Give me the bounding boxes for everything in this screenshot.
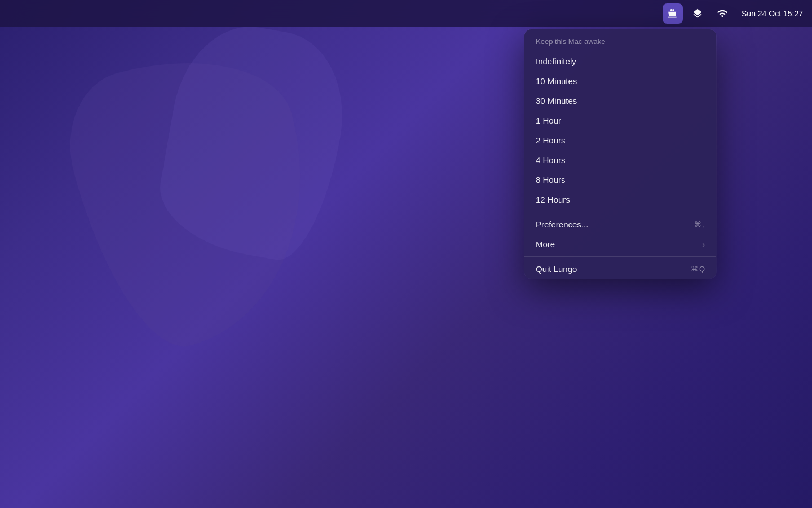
chevron-right-icon: › xyxy=(702,240,705,249)
menu-item-quit[interactable]: Quit Lungo ⌘ Q xyxy=(524,259,716,279)
separator-1 xyxy=(524,212,716,212)
menu-item-label: Indefinitely xyxy=(536,56,576,66)
layers-icon[interactable] xyxy=(687,3,708,24)
menu-item-label: 2 Hours xyxy=(536,135,566,145)
menu-item-label: 1 Hour xyxy=(536,116,561,125)
preferences-shortcut: ⌘ , xyxy=(694,220,705,229)
menu-header: Keep this Mac awake xyxy=(524,29,716,51)
menu-item-4-hours[interactable]: 4 Hours xyxy=(524,150,716,170)
menubar: Sun 24 Oct 15:27 xyxy=(0,0,812,27)
dropdown-menu: Keep this Mac awake Indefinitely 10 Minu… xyxy=(524,29,716,279)
separator-2 xyxy=(524,256,716,257)
menu-item-label: More xyxy=(536,239,555,249)
lungo-cup-icon[interactable] xyxy=(663,3,683,24)
menubar-right: Sun 24 Oct 15:27 xyxy=(663,3,803,24)
menu-item-more[interactable]: More › xyxy=(524,234,716,254)
menu-item-label: 4 Hours xyxy=(536,155,566,165)
cmd-symbol: ⌘ xyxy=(694,220,701,229)
network-icon[interactable] xyxy=(712,3,732,24)
menu-item-indefinitely[interactable]: Indefinitely xyxy=(524,51,716,71)
menu-item-8-hours[interactable]: 8 Hours xyxy=(524,170,716,190)
menu-item-label: 12 Hours xyxy=(536,195,570,204)
desktop: Sun 24 Oct 15:27 Keep this Mac awake Ind… xyxy=(0,0,812,508)
menu-item-label: 30 Minutes xyxy=(536,96,577,106)
cmd-symbol: ⌘ xyxy=(691,265,698,273)
menu-item-label: Quit Lungo xyxy=(536,264,577,274)
menu-item-10-minutes[interactable]: 10 Minutes xyxy=(524,71,716,91)
menu-item-12-hours[interactable]: 12 Hours xyxy=(524,190,716,209)
quit-shortcut: ⌘ Q xyxy=(691,265,705,273)
datetime[interactable]: Sun 24 Oct 15:27 xyxy=(742,9,803,18)
menu-item-preferences[interactable]: Preferences... ⌘ , xyxy=(524,214,716,234)
menu-item-30-minutes[interactable]: 30 Minutes xyxy=(524,91,716,111)
menu-item-label: 10 Minutes xyxy=(536,76,577,86)
menu-item-label: 8 Hours xyxy=(536,175,566,185)
menu-item-1-hour[interactable]: 1 Hour xyxy=(524,111,716,130)
menu-item-2-hours[interactable]: 2 Hours xyxy=(524,130,716,150)
menu-item-label: Preferences... xyxy=(536,220,588,229)
